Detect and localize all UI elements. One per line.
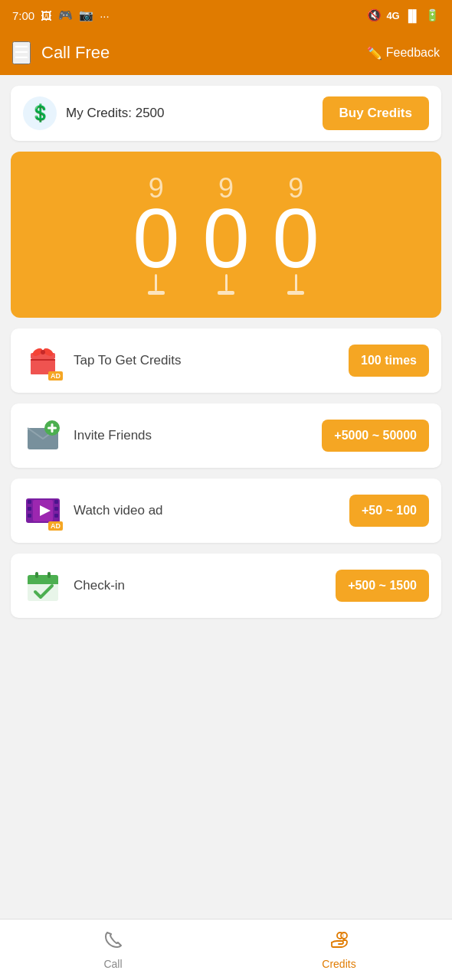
bottom-navigation: Call Credits [0, 919, 452, 980]
credits-info: 💲 My Credits: 2500 [23, 96, 165, 130]
dice-digit-1: 9 0 [133, 175, 179, 295]
svg-point-5 [41, 350, 45, 354]
dice-base-1 [148, 291, 165, 295]
svg-point-25 [341, 933, 347, 939]
dice-main-3: 0 [273, 196, 319, 280]
status-left: 7:00 🖼 🎮 📷 ··· [12, 8, 110, 22]
dice-stem-2 [225, 274, 228, 291]
ad-badge-tap: AD [48, 371, 63, 381]
battery-icon: 🔋 [425, 8, 440, 22]
checkin-label: Check-in [74, 578, 125, 593]
nav-credits[interactable]: Credits [226, 920, 452, 980]
action-left-tap: AD Tap To Get Credits [23, 341, 181, 381]
dice-digit-3: 9 0 [273, 175, 319, 295]
feedback-button[interactable]: ✏️ Feedback [367, 46, 440, 60]
header-left: ☰ Call Free [12, 41, 110, 64]
action-row-video: AD Watch video ad +50 ~ 100 [11, 479, 441, 543]
svg-rect-14 [28, 514, 31, 518]
checkin-icon [25, 567, 61, 604]
status-right: 🔇 4G ▐▌ 🔋 [367, 8, 440, 22]
svg-rect-16 [54, 507, 58, 511]
menu-button[interactable]: ☰ [12, 41, 31, 64]
feedback-label: Feedback [386, 46, 440, 60]
game-icon: 🎮 [58, 8, 73, 22]
svg-rect-10 [51, 423, 54, 433]
invite-icon [25, 417, 61, 454]
checkin-icon-wrap [23, 566, 63, 606]
header: ☰ Call Free ✏️ Feedback [0, 31, 452, 75]
watch-video-button[interactable]: +50 ~ 100 [349, 495, 429, 527]
ad-badge-video: AD [48, 521, 63, 531]
edit-icon: ✏️ [367, 46, 382, 60]
action-row-checkin: Check-in +500 ~ 1500 [11, 554, 441, 618]
mute-icon: 🔇 [367, 8, 382, 22]
svg-rect-17 [54, 514, 58, 518]
signal-4g-icon: 4G [386, 10, 399, 21]
credits-card: 💲 My Credits: 2500 Buy Credits [11, 86, 441, 141]
video-icon-wrap: AD [23, 491, 63, 531]
signal-bars-icon: ▐▌ [405, 9, 421, 22]
more-icon: ··· [100, 9, 110, 22]
dollar-icon: 💲 [23, 96, 57, 130]
svg-rect-23 [47, 572, 51, 578]
watch-video-label: Watch video ad [74, 503, 163, 518]
svg-rect-15 [54, 500, 58, 504]
invite-icon-wrap [23, 416, 63, 456]
my-credits-label: My Credits: 2500 [66, 106, 165, 121]
time-display: 7:00 [12, 9, 34, 22]
credits-nav-label: Credits [322, 958, 355, 970]
svg-rect-21 [28, 581, 58, 584]
credits-nav-icon [329, 930, 349, 955]
dice-base-3 [287, 291, 304, 295]
photo-icon: 🖼 [41, 9, 52, 22]
invite-friends-label: Invite Friends [74, 428, 152, 443]
buy-credits-button[interactable]: Buy Credits [323, 96, 429, 130]
call-nav-icon [103, 930, 123, 955]
status-bar: 7:00 🖼 🎮 📷 ··· 🔇 4G ▐▌ 🔋 [0, 0, 452, 31]
tap-credits-label: Tap To Get Credits [74, 353, 181, 368]
svg-rect-6 [31, 359, 55, 361]
tap-credits-button[interactable]: 100 times [349, 345, 429, 377]
svg-rect-13 [28, 507, 31, 511]
action-row-tap-credits: AD Tap To Get Credits 100 times [11, 328, 441, 393]
dice-stem-3 [295, 274, 297, 291]
action-left-video: AD Watch video ad [23, 491, 163, 531]
checkin-button[interactable]: +500 ~ 1500 [336, 570, 429, 602]
action-row-invite: Invite Friends +5000 ~ 50000 [11, 403, 441, 468]
camera-icon: 📷 [79, 8, 93, 22]
bottom-spacer [0, 618, 452, 740]
app-title: Call Free [41, 43, 110, 63]
main-content: 💲 My Credits: 2500 Buy Credits 9 0 9 0 9… [0, 75, 452, 618]
dice-digit-2: 9 0 [202, 175, 249, 295]
dice-base-2 [218, 291, 234, 295]
nav-call[interactable]: Call [0, 920, 226, 980]
svg-rect-22 [35, 572, 38, 578]
gift-icon-wrap: AD [23, 341, 63, 381]
dice-main-1: 0 [133, 196, 179, 280]
svg-rect-12 [28, 500, 31, 504]
call-nav-label: Call [103, 958, 122, 970]
action-left-invite: Invite Friends [23, 416, 152, 456]
dice-stem-1 [155, 274, 157, 291]
action-left-checkin: Check-in [23, 566, 125, 606]
invite-friends-button[interactable]: +5000 ~ 50000 [322, 420, 429, 452]
dice-main-2: 0 [202, 196, 249, 280]
dice-display: 9 0 9 0 9 0 [11, 152, 441, 318]
